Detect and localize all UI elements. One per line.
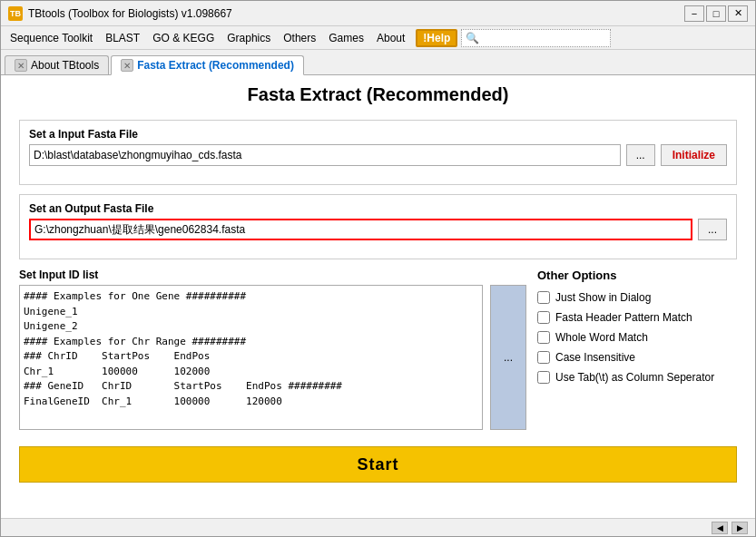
status-bar: ◀ ▶: [1, 518, 755, 536]
main-content: Fasta Extract (Recommended) Set a Input …: [1, 75, 755, 518]
menu-games[interactable]: Games: [323, 30, 369, 46]
output-fasta-field[interactable]: [29, 219, 692, 240]
maximize-button[interactable]: □: [706, 5, 726, 22]
input-fasta-label: Set a Input Fasta File: [29, 128, 727, 141]
search-bar: 🔍: [461, 29, 611, 47]
start-button[interactable]: Start: [19, 446, 737, 483]
tab-bar: ✕ About TBtools ✕ Fasta Extract (Recomme…: [1, 50, 755, 75]
tab-label-fasta: Fasta Extract (Recommended): [137, 59, 294, 72]
input-fasta-browse-button[interactable]: ...: [626, 144, 655, 166]
help-button[interactable]: !Help: [416, 29, 457, 47]
other-options-label: Other Options: [537, 268, 737, 282]
tab-fasta-extract[interactable]: ✕ Fasta Extract (Recommended): [111, 55, 304, 75]
search-icon: 🔍: [466, 32, 479, 44]
option-header-pattern: Fasta Header Pattern Match: [537, 311, 737, 324]
window-title: TBtools (Toolbox for Biologists) v1.0986…: [28, 7, 232, 20]
id-list-container: ...: [19, 285, 526, 430]
title-bar-left: TB TBtools (Toolbox for Biologists) v1.0…: [8, 6, 232, 21]
tab-close-fasta[interactable]: ✕: [121, 59, 133, 72]
status-next-button[interactable]: ▶: [731, 522, 748, 534]
title-bar-controls: − □ ✕: [684, 5, 748, 22]
search-input[interactable]: [479, 32, 606, 44]
id-list-section: Set Input ID list ...: [19, 268, 526, 430]
output-fasta-label: Set an Output Fasta File: [29, 202, 727, 215]
checkbox-whole-word[interactable]: [537, 331, 550, 344]
minimize-button[interactable]: −: [684, 5, 704, 22]
app-icon: TB: [8, 6, 23, 21]
label-case-insensitive: Case Insensitive: [555, 351, 635, 364]
output-fasta-browse-button[interactable]: ...: [698, 219, 727, 240]
output-fasta-section: Set an Output Fasta File ...: [19, 194, 737, 259]
tab-label-about: About TBtools: [31, 59, 99, 72]
menu-about[interactable]: About: [371, 30, 410, 46]
close-button[interactable]: ✕: [728, 5, 748, 22]
start-button-wrapper: Start: [19, 439, 737, 483]
tab-about-tbtools[interactable]: ✕ About TBtools: [5, 55, 109, 74]
menu-blast[interactable]: BLAST: [100, 30, 145, 46]
status-prev-button[interactable]: ◀: [712, 522, 728, 534]
checkbox-use-tab[interactable]: [537, 371, 550, 384]
option-case-insensitive: Case Insensitive: [537, 351, 737, 364]
menu-others[interactable]: Others: [278, 30, 321, 46]
input-fasta-row: ... Initialize: [29, 144, 727, 166]
application-window: TB TBtools (Toolbox for Biologists) v1.0…: [0, 0, 756, 537]
id-list-browse-button[interactable]: ...: [490, 285, 526, 430]
label-header-pattern: Fasta Header Pattern Match: [555, 311, 692, 324]
input-fasta-section: Set a Input Fasta File ... Initialize: [19, 120, 737, 185]
option-use-tab: Use Tab(\t) as Column Seperator: [537, 371, 737, 384]
title-bar: TB TBtools (Toolbox for Biologists) v1.0…: [1, 1, 755, 26]
id-list-label: Set Input ID list: [19, 268, 526, 281]
menu-graphics[interactable]: Graphics: [221, 30, 276, 46]
label-whole-word: Whole Word Match: [555, 331, 648, 344]
initialize-button[interactable]: Initialize: [661, 144, 727, 166]
input-fasta-field[interactable]: [29, 144, 621, 166]
option-whole-word: Whole Word Match: [537, 331, 737, 344]
other-options-section: Other Options Just Show in Dialog Fasta …: [537, 268, 737, 430]
label-just-show: Just Show in Dialog: [555, 291, 651, 304]
menu-go-kegg[interactable]: GO & KEGG: [147, 30, 220, 46]
tab-close-about[interactable]: ✕: [15, 59, 27, 72]
id-list-textarea[interactable]: [19, 285, 483, 430]
checkbox-case-insensitive[interactable]: [537, 351, 550, 364]
checkbox-just-show[interactable]: [537, 291, 550, 304]
checkbox-header-pattern[interactable]: [537, 311, 550, 324]
option-just-show: Just Show in Dialog: [537, 291, 737, 304]
output-fasta-row: ...: [29, 219, 727, 240]
menu-bar: Sequence Toolkit BLAST GO & KEGG Graphic…: [1, 26, 755, 50]
label-use-tab: Use Tab(\t) as Column Seperator: [555, 371, 714, 384]
menu-sequence-toolkit[interactable]: Sequence Toolkit: [5, 30, 98, 46]
page-title: Fasta Extract (Recommended): [19, 84, 737, 105]
